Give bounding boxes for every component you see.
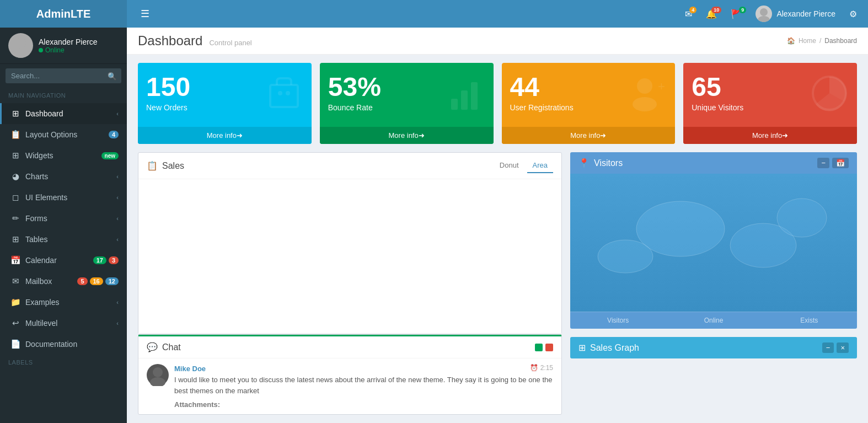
sales-box: 📋 Sales Donut Area	[138, 152, 562, 334]
visitors-tools: − 📅	[817, 158, 849, 168]
examples-icon: 📁	[10, 297, 21, 307]
chat-red-button[interactable]	[545, 344, 553, 351]
chat-attachments: Attachments:	[174, 400, 553, 409]
sales-graph-close-button[interactable]: ×	[837, 342, 849, 353]
chat-text: I would like to meet you to discuss the …	[174, 374, 553, 396]
svg-rect-4	[270, 85, 298, 107]
sidebar-toggle-button[interactable]: ☰	[132, 8, 158, 20]
visitors-minus-button[interactable]: −	[817, 158, 829, 168]
chat-header: 💬 Chat	[138, 335, 561, 358]
svg-point-2	[15, 38, 26, 49]
col-main: 📋 Sales Donut Area	[138, 152, 562, 415]
search-input[interactable]	[6, 68, 121, 83]
multilevel-icon: ↩	[10, 318, 21, 328]
new-orders-icon	[265, 74, 303, 119]
svg-rect-7	[451, 99, 458, 110]
bell-button[interactable]: 🔔 10	[700, 9, 722, 19]
unique-visitors-label: Unique Visitors	[692, 103, 743, 112]
main-content: 150 New Orders	[127, 55, 868, 423]
sales-tab-area[interactable]: Area	[527, 158, 553, 173]
sidebar-item-layout-options[interactable]: 📋 Layout Options 4	[0, 124, 127, 145]
chat-message: Mike Doe ⏰ 2:15 I would like to meet you…	[147, 364, 553, 409]
user-info: Alexander Pierce Online	[39, 38, 98, 54]
info-box-new-orders: 150 New Orders	[138, 63, 312, 144]
visitors-body	[570, 174, 857, 312]
svg-point-3	[12, 49, 30, 58]
svg-point-16	[150, 377, 165, 386]
user-menu[interactable]: Alexander Pierce	[750, 6, 841, 22]
ui-icon: ◻	[10, 192, 21, 202]
breadcrumb-home-link[interactable]: Home	[799, 37, 816, 45]
sidebar-item-multilevel[interactable]: ↩ Multilevel ‹	[0, 313, 127, 334]
tables-icon: ⊞	[10, 234, 21, 244]
calendar-badge1: 17	[93, 256, 106, 264]
sidebar-item-calendar[interactable]: 📅 Calendar 17 3	[0, 250, 127, 271]
gear-button[interactable]: ⚙	[844, 9, 862, 19]
chat-avatar	[147, 364, 169, 386]
sales-tab-donut[interactable]: Donut	[494, 158, 524, 173]
mailbox-badge2: 16	[90, 277, 103, 285]
svg-point-10	[637, 78, 652, 94]
sidebar-item-ui-elements[interactable]: ◻ UI Elements ‹	[0, 187, 127, 208]
sidebar-item-charts[interactable]: ◕ Charts ‹	[0, 166, 127, 187]
logo-text: AdminLTE	[36, 8, 91, 20]
new-orders-number: 150	[146, 74, 190, 100]
sidebar-item-widgets[interactable]: ⊞ Widgets new	[0, 145, 127, 166]
search-box: 🔍	[0, 64, 127, 88]
sales-body	[138, 179, 561, 334]
sales-graph-minus-button[interactable]: −	[822, 342, 834, 353]
header-username: Alexander Pierce	[776, 9, 835, 18]
multilevel-chevron: ‹	[116, 320, 119, 326]
sidebar-item-examples[interactable]: 📁 Examples ‹	[0, 292, 127, 313]
content-header: Dashboard Control panel 🏠 Home / Dashboa…	[127, 28, 868, 55]
sidebar-item-label: Tables	[25, 235, 47, 244]
svg-rect-8	[461, 90, 468, 110]
navbar-right: ✉ 4 🔔 10 🚩 9 Alexander Pierce ⚙	[679, 6, 862, 22]
visitors-icon: 📍	[578, 158, 590, 168]
svg-text:+: +	[658, 79, 665, 93]
main-row: 📋 Sales Donut Area	[138, 152, 857, 415]
sidebar-item-label: Widgets	[25, 151, 53, 160]
svg-point-15	[153, 367, 163, 377]
bounce-rate-more-info[interactable]: More info ➜	[320, 127, 494, 144]
widgets-badge: new	[101, 152, 119, 159]
bounce-rate-number: 53%	[328, 74, 381, 100]
sidebar-item-documentation[interactable]: 📄 Documentation	[0, 334, 127, 355]
flag-badge: 9	[739, 7, 746, 13]
visitors-stat-visitors: Visitors	[570, 312, 666, 329]
new-orders-more-info[interactable]: More info ➜	[138, 127, 312, 144]
chat-tools	[535, 344, 553, 351]
mail-button[interactable]: ✉ 4	[679, 9, 698, 19]
sales-graph-tools: − ×	[822, 342, 849, 353]
svg-point-21	[777, 199, 827, 237]
sidebar-item-forms[interactable]: ✏ Forms ‹	[0, 208, 127, 229]
sidebar-nav: ⊞ Dashboard ‹ 📋 Layout Options 4	[0, 103, 127, 355]
breadcrumb-home-icon: 🏠	[787, 37, 795, 45]
nav-label: MAIN NAVIGATION	[0, 88, 127, 103]
visitors-calendar-button[interactable]: 📅	[832, 158, 849, 168]
sales-graph-icon: ⊞	[578, 342, 586, 353]
sidebar: Alexander Pierce Online 🔍 MAIN NAVIGATIO…	[0, 28, 127, 423]
sidebar-item-tables[interactable]: ⊞ Tables ‹	[0, 229, 127, 250]
chat-green-button[interactable]	[535, 344, 543, 351]
user-panel: Alexander Pierce Online	[0, 28, 127, 64]
sidebar-item-mailbox[interactable]: ✉ Mailbox 5 16 12	[0, 271, 127, 292]
sidebar-item-dashboard[interactable]: ⊞ Dashboard ‹	[0, 103, 127, 124]
user-reg-label: User Registrations	[510, 103, 574, 112]
dashboard-icon: ⊞	[10, 109, 21, 119]
visitors-box: 📍 Visitors − 📅	[570, 152, 857, 329]
ui-chevron: ‹	[116, 194, 119, 201]
flag-button[interactable]: 🚩 9	[725, 9, 747, 19]
sales-tabs: Donut Area	[494, 158, 553, 173]
unique-visitors-more-info[interactable]: More info ➜	[683, 127, 857, 144]
search-button[interactable]: 🔍	[108, 72, 117, 80]
chat-content: Mike Doe ⏰ 2:15 I would like to meet you…	[174, 364, 553, 409]
user-status: Online	[39, 46, 98, 54]
sales-graph-title: ⊞ Sales Graph	[578, 342, 639, 353]
calendar-icon: 📅	[10, 255, 21, 265]
info-box-unique-visitors: 65 Unique Visitors	[683, 63, 857, 144]
content-area: Dashboard Control panel 🏠 Home / Dashboa…	[127, 28, 868, 423]
sales-icon: 📋	[147, 160, 158, 171]
user-reg-more-info[interactable]: More info ➜	[502, 127, 676, 144]
charts-chevron: ‹	[116, 173, 119, 180]
